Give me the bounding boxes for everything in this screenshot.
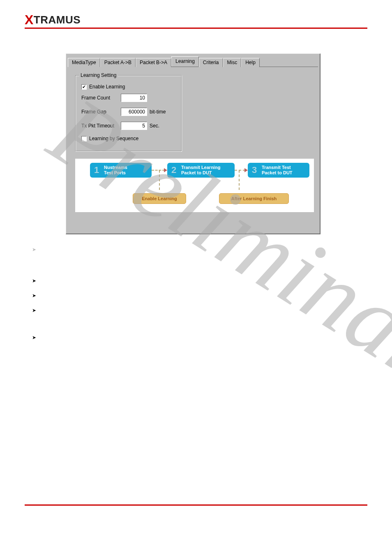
enable-learning-checkbox[interactable]: ✔ xyxy=(81,84,87,90)
frame-gap-input[interactable] xyxy=(121,108,147,116)
bullet-5 xyxy=(32,334,344,340)
learning-flow-diagram: 1 Nustreams Test Ports 2 Transmit Learni… xyxy=(75,159,314,212)
enable-learning-row: ✔ Enable Learning xyxy=(81,84,176,90)
learning-seq-label: Learning by Sequence xyxy=(89,136,138,141)
learning-seq-checkbox[interactable] xyxy=(81,136,87,141)
frame-gap-label: Frame Gap xyxy=(81,109,118,115)
vline-2 xyxy=(239,170,240,190)
arrow-1-head xyxy=(164,168,167,172)
frame-count-row: Frame Count xyxy=(81,94,176,102)
brand-x: X xyxy=(25,12,34,27)
step-1: 1 Nustreams Test Ports xyxy=(90,163,152,178)
tab-packet-ab[interactable]: Packet A->B xyxy=(100,58,136,67)
bullet-3 xyxy=(32,292,344,298)
tab-strip: MediaType Packet A->B Packet B->A Learni… xyxy=(66,54,320,67)
groupbox-legend: Learning Setting xyxy=(79,72,118,78)
tab-misc[interactable]: Misc xyxy=(223,58,242,67)
frame-gap-row: Frame Gap bit-time xyxy=(81,108,176,116)
tx-pkt-input[interactable] xyxy=(121,122,147,130)
tab-help[interactable]: Help xyxy=(241,58,260,67)
bullet-4 xyxy=(32,307,344,313)
brand-logo: XTRAMUS xyxy=(25,12,81,28)
arrow-2-head xyxy=(244,168,248,172)
arrow-1 xyxy=(152,170,165,171)
step-1-text: Nustreams Test Ports xyxy=(104,165,127,175)
footer-rule xyxy=(25,504,367,506)
learning-setting-group: Learning Setting ✔ Enable Learning Frame… xyxy=(75,75,182,152)
bullet-list xyxy=(32,246,344,349)
tab-packet-ba[interactable]: Packet B->A xyxy=(136,58,171,67)
step-3-text: Transmit Test Packet to DUT xyxy=(262,165,293,175)
frame-gap-unit: bit-time xyxy=(150,109,166,115)
vline-1 xyxy=(159,170,160,190)
step-1-number: 1 xyxy=(92,165,101,175)
enable-learning-badge: Enable Learning xyxy=(133,193,186,204)
tab-mediatype[interactable]: MediaType xyxy=(68,58,100,67)
frame-count-input[interactable] xyxy=(121,94,147,102)
tx-pkt-label: Tx Pkt Timeout xyxy=(81,123,118,129)
step-2-number: 2 xyxy=(170,165,178,175)
learning-seq-row: Learning by Sequence xyxy=(81,136,176,141)
arrow-2 xyxy=(235,170,245,171)
step-3-number: 3 xyxy=(250,165,258,175)
settings-panel: MediaType Packet A->B Packet B->A Learni… xyxy=(66,53,321,234)
tab-learning[interactable]: Learning xyxy=(171,56,199,67)
bullet-2 xyxy=(32,277,344,284)
after-learning-badge: After Learning Finish xyxy=(219,193,289,204)
tab-criteria[interactable]: Criteria xyxy=(199,58,223,67)
enable-learning-label: Enable Learning xyxy=(89,84,125,90)
step-2: 2 Transmit Learning Packet to DUT xyxy=(167,163,235,178)
tx-pkt-row: Tx Pkt Timeout Sec. xyxy=(81,122,176,130)
step-2-text: Transmit Learning Packet to DUT xyxy=(181,165,220,175)
bullet-1 xyxy=(32,246,344,252)
frame-count-label: Frame Count xyxy=(81,95,118,101)
header-rule xyxy=(25,28,367,29)
tx-pkt-unit: Sec. xyxy=(150,123,159,129)
brand-rest: TRAMUS xyxy=(34,14,81,26)
step-3: 3 Transmit Test Packet to DUT xyxy=(248,163,309,178)
